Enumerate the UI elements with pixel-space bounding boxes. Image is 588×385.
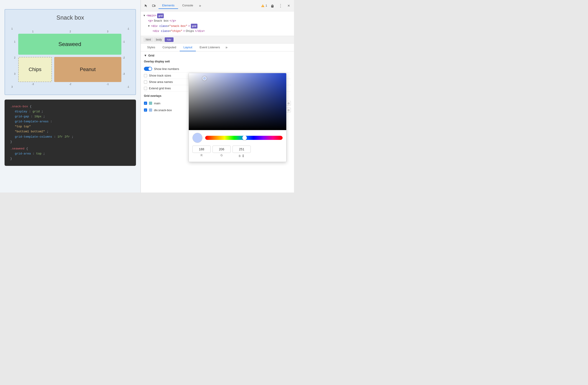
devtools-more-tabs[interactable]: » <box>197 3 203 9</box>
color-picker-controls <box>189 130 286 146</box>
page-title: Snack box <box>10 14 131 21</box>
grid-numbers-right: -1 -2 -3 <box>123 34 126 82</box>
gradient-background <box>189 73 286 130</box>
snack-grid: Seaweed Chips Peanut <box>18 34 121 82</box>
snackbox-overlay-icons: ⊡ <box>286 108 291 112</box>
breadcrumb-nav[interactable]: nav <box>165 37 173 42</box>
color-gradient[interactable] <box>189 73 286 130</box>
tab-console[interactable]: Console <box>179 2 197 9</box>
color-picker-popup: R G B ⇕ <box>189 73 287 162</box>
grid-numbers-left: 1 2 3 <box>14 34 17 82</box>
show-line-numbers-row: Show line numbers <box>144 65 291 72</box>
main-overlay-swatch[interactable] <box>149 102 152 105</box>
panel-more-tabs[interactable]: » <box>224 43 229 51</box>
tab-event-listeners[interactable]: Event Listeners <box>196 44 224 51</box>
devtools-tabs: Elements Console » <box>159 2 259 9</box>
dom-line-main[interactable]: ▼ <main> grid <box>144 13 291 19</box>
hue-thumb[interactable] <box>242 136 247 140</box>
devtools-actions: ! 1 ⋮ ✕ <box>261 3 292 9</box>
stepper-icon[interactable]: ⇕ <box>242 154 245 158</box>
breadcrumb-body[interactable]: body <box>154 37 164 42</box>
breadcrumb-html[interactable]: html <box>144 37 153 42</box>
warning-badge[interactable]: ! 1 <box>261 4 267 7</box>
main-overlay-icon2[interactable]: ⊡ <box>286 101 291 106</box>
grid-demo-area: Snack box 1 -1 3 -1 1 2 3 1 2 3 <box>4 9 136 95</box>
track-sizes-checkbox[interactable] <box>144 74 147 77</box>
gradient-picker-circle[interactable] <box>202 76 207 80</box>
svg-rect-0 <box>152 5 154 7</box>
snackbox-overlay-swatch[interactable] <box>149 108 152 112</box>
grid-corner-tr: -1 <box>127 28 129 30</box>
area-names-checkbox[interactable] <box>144 80 147 84</box>
snackbox-overlay-checkbox[interactable]: ✓ <box>144 108 147 112</box>
b-input[interactable] <box>232 146 251 153</box>
code-panel: .snack-box { display : grid ; grid-gap :… <box>4 100 136 166</box>
breadcrumb: html body nav <box>141 36 294 43</box>
dom-line-snackbox[interactable]: ▼ <div class="snack-box" > grid <box>144 24 291 29</box>
grid-corner-bl: 3 <box>11 86 13 88</box>
line-numbers-toggle[interactable] <box>144 67 152 71</box>
grid-corner-br: -1 <box>127 86 129 88</box>
devtools-header: Elements Console » ! 1 ⋮ ✕ <box>141 0 294 11</box>
tab-layout[interactable]: Layout <box>180 44 196 51</box>
grid-numbers-bottom: -3 -2 -1 <box>14 83 126 86</box>
extend-grid-lines-checkbox[interactable] <box>144 87 147 90</box>
svg-rect-1 <box>155 5 155 6</box>
main-overlay-checkbox[interactable]: ✓ <box>144 102 147 105</box>
hue-slider[interactable] <box>205 136 283 140</box>
rgb-inputs: R G B ⇕ <box>189 146 286 158</box>
cell-seaweed: Seaweed <box>18 34 121 55</box>
panel-tabs: Styles Computed Layout Event Listeners » <box>141 43 294 51</box>
grid-section-header: ▼ Grid <box>144 54 291 57</box>
color-preview-circle[interactable] <box>192 133 202 143</box>
snackbox-overlay-icon2[interactable]: ⊡ <box>286 108 291 112</box>
cursor-icon[interactable] <box>143 3 149 9</box>
grid-corner-tl: 1 <box>11 28 13 30</box>
b-label: B <box>239 154 240 158</box>
tab-computed[interactable]: Computed <box>159 44 180 51</box>
g-input[interactable] <box>212 146 231 153</box>
g-input-group: G <box>212 146 231 158</box>
tab-styles[interactable]: Styles <box>144 44 159 51</box>
device-toggle-icon[interactable] <box>151 3 157 9</box>
overlay-settings-header: Overlay display sett <box>144 60 291 63</box>
dom-line-p[interactable]: <p> Snack box </p> <box>144 19 291 24</box>
dom-line-chips[interactable]: <div class="chips" > Chips </div> <box>144 29 291 34</box>
r-label: R <box>201 154 203 157</box>
dom-tree: ▼ <main> grid <p> Snack box </p> ▼ <div … <box>141 11 294 36</box>
cell-peanut: Peanut <box>54 57 121 82</box>
b-input-group: B ⇕ <box>232 146 251 158</box>
devtools-panel: Elements Console » ! 1 ⋮ ✕ ▼ < <box>141 0 294 192</box>
settings-gear-icon[interactable] <box>269 3 275 9</box>
close-icon[interactable]: ✕ <box>286 3 292 9</box>
r-input[interactable] <box>192 146 211 153</box>
r-input-group: R <box>192 146 211 158</box>
tab-elements[interactable]: Elements <box>159 2 178 9</box>
g-label: G <box>220 154 223 157</box>
cell-chips: Chips <box>18 57 52 82</box>
more-options-icon[interactable]: ⋮ <box>278 3 284 9</box>
browser-left-panel: Snack box 1 -1 3 -1 1 2 3 1 2 3 <box>0 0 141 192</box>
grid-numbers-top: 1 2 3 <box>14 30 126 33</box>
svg-text:!: ! <box>262 5 263 7</box>
